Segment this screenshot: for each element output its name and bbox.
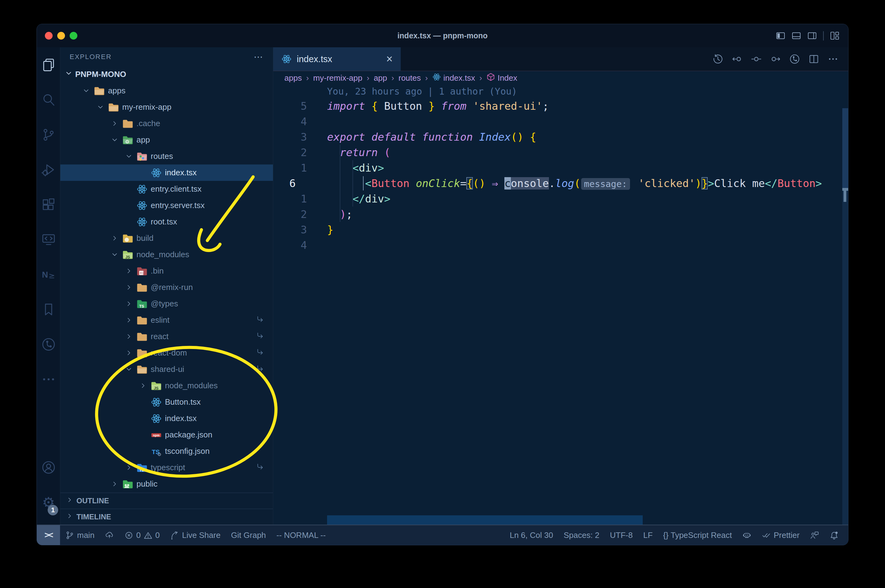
- panel-timeline[interactable]: TIMELINE: [60, 508, 273, 525]
- tree-item-label: node_modules: [165, 381, 218, 390]
- status-eol[interactable]: LF: [638, 525, 658, 545]
- tree-item-entry.client.tsx[interactable]: entry.client.tsx: [60, 181, 273, 197]
- titlebar-separator: [823, 31, 824, 40]
- breadcrumb-apps[interactable]: apps: [284, 73, 302, 83]
- code-line: 5import { Button } from 'shared-ui';: [273, 98, 848, 114]
- tree-item-@types[interactable]: TS@types: [60, 296, 273, 312]
- tree-item-label: index.tsx: [165, 168, 197, 177]
- status-formatter-prettier[interactable]: Prettier: [757, 525, 805, 545]
- workspace-name: PNPM-MONO: [75, 69, 126, 79]
- activity-extensions[interactable]: [37, 187, 60, 222]
- tree-item-package.json[interactable]: npmpackage.json: [60, 427, 273, 443]
- tree-item-apps[interactable]: apps: [60, 82, 273, 99]
- breadcrumb-Index[interactable]: Index: [486, 73, 518, 84]
- more-actions-button[interactable]: [828, 54, 838, 64]
- status-vim-mode[interactable]: -- NORMAL --: [271, 525, 331, 545]
- status-cursor-position[interactable]: Ln 6, Col 30: [504, 525, 558, 545]
- explorer-more-actions-button[interactable]: ⋯: [254, 51, 263, 62]
- folder-dist-icon: [122, 233, 133, 244]
- tree-item-app[interactable]: ⚙app: [60, 132, 273, 148]
- tree-item-typescript[interactable]: TStypescript: [60, 459, 273, 476]
- activity-more-views[interactable]: [37, 362, 60, 397]
- split-editor-button[interactable]: [808, 54, 819, 64]
- activity-bookmarks[interactable]: [37, 292, 60, 327]
- panel-outline[interactable]: OUTLINE: [60, 492, 273, 508]
- tree-item-.bin[interactable]: 01.bin: [60, 263, 273, 279]
- status-git-graph[interactable]: Git Graph: [226, 525, 271, 545]
- tree-item-index.tsx[interactable]: index.tsx: [60, 410, 273, 427]
- current-change-button[interactable]: [751, 54, 762, 64]
- minimize-window-button[interactable]: [57, 32, 65, 40]
- svg-text:TS: TS: [139, 304, 144, 309]
- status-language-mode[interactable]: {} TypeScript React: [658, 525, 737, 545]
- code-line: 4: [273, 237, 848, 253]
- vertical-scrollbar-slider[interactable]: [842, 108, 848, 189]
- close-tab-icon[interactable]: ×: [386, 54, 393, 64]
- next-change-button[interactable]: [770, 54, 781, 64]
- activity-explorer[interactable]: [37, 47, 60, 82]
- status-sync-changes[interactable]: [99, 525, 119, 545]
- tree-item-label: app: [137, 135, 150, 145]
- breadcrumb-my-remix-app[interactable]: my-remix-app: [313, 73, 362, 83]
- previous-change-button[interactable]: [732, 54, 742, 64]
- folder-open-icon: [108, 102, 119, 113]
- gitlens-graph-button[interactable]: [789, 54, 800, 64]
- status-indentation[interactable]: Spaces: 2: [558, 525, 605, 545]
- remote-indicator[interactable]: ><: [37, 525, 60, 545]
- tab-index-tsx[interactable]: index.tsx ×: [273, 47, 401, 71]
- tree-item-public[interactable]: public: [60, 476, 273, 492]
- activity-gitlens[interactable]: [37, 327, 60, 362]
- activity-search[interactable]: [37, 82, 60, 117]
- layout-panel-icon[interactable]: [792, 31, 801, 40]
- layout-grid-icon[interactable]: [830, 31, 840, 40]
- timeline-history-button[interactable]: [713, 54, 723, 64]
- layout-sidebar-right-icon[interactable]: [807, 31, 817, 40]
- status-feedback[interactable]: [805, 525, 824, 545]
- tree-item-build[interactable]: build: [60, 230, 273, 246]
- tree-item-react-dom[interactable]: react-dom: [60, 345, 273, 361]
- zoom-window-button[interactable]: [70, 32, 77, 40]
- tree-item-tsconfig.json[interactable]: TS⚙tsconfig.json: [60, 443, 273, 459]
- folder-js-icon: JS: [151, 380, 162, 392]
- close-window-button[interactable]: [45, 32, 53, 40]
- layout-sidebar-left-icon[interactable]: [776, 31, 786, 40]
- activity-remote-explorer[interactable]: [37, 222, 60, 257]
- activity-source-control[interactable]: [37, 117, 60, 152]
- tree-item-entry.server.tsx[interactable]: entry.server.tsx: [60, 197, 273, 214]
- status-notifications[interactable]: [824, 525, 844, 545]
- breadcrumb-app[interactable]: app: [374, 73, 387, 83]
- tree-item-routes[interactable]: routes: [60, 148, 273, 165]
- status-git-branch[interactable]: main: [60, 525, 99, 545]
- tree-item-shared-ui[interactable]: shared-ui: [60, 361, 273, 378]
- tree-item-Button.tsx[interactable]: Button.tsx: [60, 394, 273, 410]
- tree-item-index.tsx[interactable]: index.tsx: [60, 165, 273, 181]
- folder-icon: [137, 331, 148, 342]
- breadcrumb-routes[interactable]: routes: [399, 73, 421, 83]
- tree-item-@remix-run[interactable]: @remix-run: [60, 279, 273, 296]
- activity-run-debug[interactable]: [37, 152, 60, 187]
- tree-item-eslint[interactable]: eslint: [60, 312, 273, 328]
- activity-settings[interactable]: ⚙1: [37, 485, 60, 520]
- breadcrumb-index.tsx[interactable]: index.tsx: [432, 73, 475, 84]
- tree-item-node_modules[interactable]: JSnode_modules: [60, 246, 273, 263]
- status-live-share[interactable]: Live Share: [165, 525, 226, 545]
- tree-item-.cache[interactable]: .cache: [60, 115, 273, 132]
- code-editor[interactable]: You, 23 hours ago | 1 author (You)5impor…: [273, 85, 848, 525]
- tree-item-label: react: [151, 332, 169, 341]
- status-copilot[interactable]: [737, 525, 757, 545]
- vertical-scrollbar[interactable]: [842, 108, 848, 525]
- chevron-right-icon: [110, 480, 119, 488]
- tree-item-root.tsx[interactable]: root.tsx: [60, 214, 273, 230]
- tree-item-react[interactable]: react: [60, 328, 273, 345]
- breadcrumb-separator: ›: [391, 73, 394, 83]
- svg-text:TS: TS: [139, 468, 144, 472]
- tree-item-node_modules[interactable]: JSnode_modules: [60, 378, 273, 394]
- status-encoding[interactable]: UTF-8: [605, 525, 638, 545]
- workspace-section-header[interactable]: PNPM-MONO: [60, 66, 273, 82]
- activity-nx-console[interactable]: N≥: [37, 257, 60, 292]
- status-problems[interactable]: 00: [119, 525, 165, 545]
- tree-item-label: .bin: [151, 266, 164, 276]
- activity-accounts[interactable]: [37, 450, 60, 485]
- horizontal-scrollbar-slider[interactable]: [327, 515, 643, 525]
- tree-item-my-remix-app[interactable]: my-remix-app: [60, 99, 273, 115]
